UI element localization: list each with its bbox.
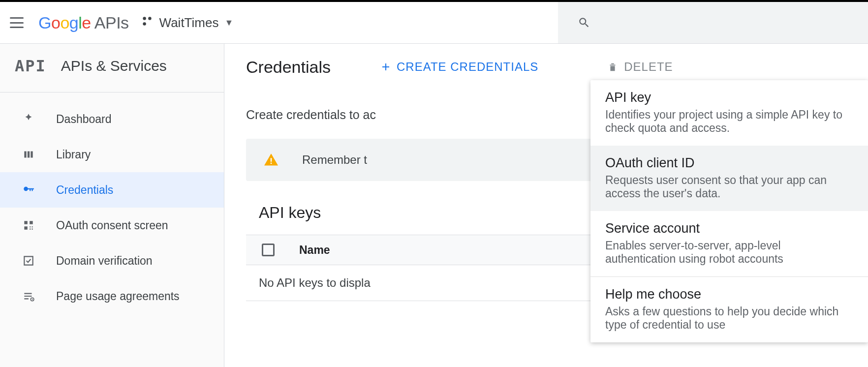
sidebar-nav: Dashboard Library Credentials OAuth cons… <box>0 92 224 314</box>
dropdown-item-desc: Requests user consent so that your app c… <box>605 174 853 200</box>
dropdown-item-title: Help me choose <box>605 287 853 302</box>
warning-icon <box>264 153 279 167</box>
google-apis-logo[interactable]: Google APIs <box>38 13 129 32</box>
create-credentials-label: CREATE CREDENTIALS <box>397 60 538 74</box>
page-title: Credentials <box>246 58 331 77</box>
key-icon <box>22 184 35 196</box>
select-all-checkbox[interactable] <box>262 244 275 256</box>
project-selector[interactable]: WaitTimes ▼ <box>141 15 234 31</box>
svg-rect-1 <box>271 158 272 162</box>
dropdown-item-title: Service account <box>605 221 853 236</box>
menu-icon[interactable] <box>10 17 24 28</box>
sidebar-item-oauth-consent[interactable]: OAuth consent screen <box>0 208 224 243</box>
sidebar-item-credentials[interactable]: Credentials <box>0 172 224 208</box>
sidebar: API APIs & Services Dashboard Library Cr… <box>0 44 224 367</box>
consent-icon <box>22 219 35 232</box>
main-content: Credentials CREATE CREDENTIALS DELETE Cr… <box>224 44 868 367</box>
plus-icon <box>380 61 392 73</box>
dropdown-item-oauth-client[interactable]: OAuth client ID Requests user consent so… <box>590 146 868 211</box>
dropdown-item-service-account[interactable]: Service account Enables server-to-server… <box>590 211 868 276</box>
verify-icon <box>22 254 35 267</box>
dropdown-item-desc: Enables server-to-server, app-level auth… <box>605 239 853 266</box>
sidebar-item-domain-verification[interactable]: Domain verification <box>0 243 224 278</box>
project-name: WaitTimes <box>159 15 219 31</box>
search-box[interactable] <box>558 2 868 43</box>
sidebar-item-label: Page usage agreements <box>56 290 180 303</box>
dropdown-item-title: API key <box>605 90 853 105</box>
dropdown-item-api-key[interactable]: API key Identifies your project using a … <box>590 80 868 146</box>
sidebar-item-page-usage[interactable]: Page usage agreements <box>0 278 224 314</box>
banner-text: Remember t <box>302 153 367 167</box>
create-credentials-button[interactable]: CREATE CREDENTIALS <box>380 60 538 74</box>
dashboard-icon <box>22 113 35 125</box>
column-name: Name <box>299 244 330 257</box>
sidebar-item-label: Dashboard <box>56 113 112 126</box>
project-icon <box>141 15 154 31</box>
sidebar-header: API APIs & Services <box>0 44 224 92</box>
dropdown-item-desc: Asks a few questions to help you decide … <box>605 305 853 332</box>
agreement-icon <box>22 290 35 303</box>
sidebar-item-dashboard[interactable]: Dashboard <box>0 101 224 137</box>
dropdown-item-title: OAuth client ID <box>605 155 853 171</box>
sidebar-item-label: Credentials <box>56 184 113 197</box>
chevron-down-icon: ▼ <box>224 18 233 28</box>
api-logo-icon: API <box>15 57 46 75</box>
dropdown-item-help-me-choose[interactable]: Help me choose Asks a few questions to h… <box>590 277 868 342</box>
sidebar-title: APIs & Services <box>61 58 167 74</box>
library-icon <box>22 148 35 161</box>
trash-icon <box>607 61 618 73</box>
sidebar-item-label: OAuth consent screen <box>56 219 168 232</box>
dropdown-item-desc: Identifies your project using a simple A… <box>605 108 853 135</box>
create-credentials-dropdown: API key Identifies your project using a … <box>590 80 868 342</box>
sidebar-item-label: Domain verification <box>56 254 153 268</box>
top-bar: Google APIs WaitTimes ▼ <box>0 2 868 44</box>
search-icon <box>578 16 590 29</box>
svg-rect-2 <box>271 163 272 164</box>
sidebar-item-label: Library <box>56 148 91 161</box>
delete-button[interactable]: DELETE <box>607 60 673 74</box>
delete-label: DELETE <box>624 60 673 74</box>
sidebar-item-library[interactable]: Library <box>0 137 224 172</box>
